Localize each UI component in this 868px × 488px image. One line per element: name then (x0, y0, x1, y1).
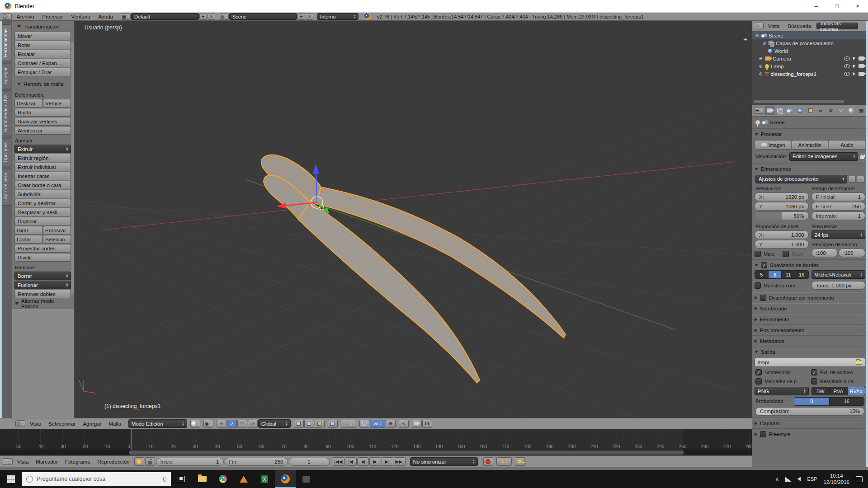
tab-constraints[interactable]: ∞ (816, 106, 825, 115)
tool-button[interactable]: Suavizar vértices (14, 117, 71, 126)
aa-filter-dropdown[interactable]: Mitchell-Netravali (811, 270, 866, 279)
panel-drag-dots[interactable]: :::: (859, 296, 865, 300)
resolution-y-field[interactable]: Y:1080 px (755, 202, 809, 211)
antialiasing-checkbox[interactable]: ✓ (761, 262, 767, 268)
tool-button[interactable]: Dividir (14, 253, 71, 262)
delete-dropdown[interactable]: Borrar (14, 272, 71, 280)
panel-header-render[interactable]: Procesar:::: (752, 129, 868, 139)
panel-header-mesh-tools[interactable]: Herram. de malla (14, 79, 71, 89)
render-animation-button[interactable]: Animación (792, 140, 828, 150)
file-explorer-button[interactable] (192, 470, 212, 488)
screen-layout-browse-icon[interactable]: ▦ (121, 13, 131, 20)
tool-button[interactable]: Rotar (14, 41, 71, 49)
panel-drag-dots[interactable]: :::: (859, 132, 865, 136)
slide-button[interactable]: Deslizar (14, 99, 42, 108)
tool-button[interactable]: Desplazar y desli... (14, 208, 71, 216)
aa-samples-11[interactable]: 11 (782, 271, 795, 278)
folder-browse-icon[interactable] (856, 360, 862, 365)
outliner-menu-busqueda[interactable]: Búsqueda (784, 23, 815, 29)
color-mode-rgb[interactable]: RVA (830, 387, 848, 395)
panel-header-edit-toggle[interactable]: Alternar modo Edición (12, 299, 74, 309)
blender-taskbar-button[interactable] (275, 470, 296, 488)
menu-item[interactable]: Fotograma (61, 459, 94, 465)
editor-type-properties-icon[interactable]: ☰ (754, 107, 764, 114)
next-keyframe-button[interactable]: ▶| (382, 457, 393, 466)
panel-header-shading[interactable]: Sombreado:::: (752, 304, 868, 314)
tool-button[interactable]: Crear borde o cara (14, 181, 71, 189)
cache-result-checkbox[interactable]: Resultado a ca... (811, 378, 864, 385)
panel-header-freestyle[interactable]: Freestyle:::: (752, 429, 868, 439)
panel-header-post-processing[interactable]: Pos procesamiento:::: (752, 325, 868, 335)
resolution-scale-slider[interactable]: 50% (755, 211, 809, 220)
action-center-icon[interactable] (856, 476, 863, 482)
manipulator-rotate-button[interactable]: ➚ (227, 420, 237, 428)
outliner-row-scene[interactable]: ⊖ Scene (752, 32, 868, 39)
media-player-button[interactable] (233, 470, 254, 488)
menu-item[interactable]: Vista (14, 459, 32, 465)
visibility-toggle-icon[interactable] (844, 56, 850, 61)
occlude-geometry-button[interactable] (328, 420, 338, 428)
mode-dropdown[interactable]: Modo Edición (128, 419, 187, 428)
tool-button[interactable]: Insertar caras (14, 172, 71, 180)
knife-select-button[interactable]: Seleccio (43, 235, 71, 244)
tab-render[interactable] (765, 106, 774, 115)
render-image-button[interactable]: Imagen (755, 140, 791, 150)
editor-type-3dview-icon[interactable]: ⬡ (15, 420, 25, 427)
menu-item[interactable]: Agregar (79, 421, 105, 427)
tab-object-data[interactable]: ▽ (836, 106, 845, 115)
properties-region-expand-icon[interactable]: + (743, 35, 747, 43)
chrome-button[interactable] (212, 470, 233, 488)
visibility-toggle-icon[interactable] (844, 64, 850, 68)
renderability-toggle-icon[interactable] (859, 56, 864, 61)
fps-dropdown[interactable]: 24 fps (811, 230, 866, 239)
timeline-strip[interactable]: -50-40-30-20-100102030405060708090100110… (0, 429, 752, 450)
compression-slider[interactable]: Compresión: 15% (755, 407, 864, 416)
snap-toggle-button[interactable] (359, 420, 369, 428)
expand-icon[interactable]: ⊕ (758, 71, 763, 76)
spreadsheet-app-button[interactable]: X (254, 470, 275, 488)
close-button[interactable]: × (847, 0, 868, 12)
forceps-mesh[interactable] (261, 155, 566, 383)
tool-button[interactable]: Escalar (14, 50, 71, 58)
outliner-display-filter[interactable]: Todas las escenas (816, 23, 858, 29)
merge-dropdown[interactable]: Fusionar (14, 281, 71, 289)
color-depth-segment[interactable]: 8 16 (794, 397, 864, 406)
full-sample-checkbox[interactable]: Muestreo com... (755, 281, 809, 290)
tab-object[interactable] (806, 106, 815, 115)
tool-button[interactable]: Extruir región (14, 154, 71, 162)
panel-header-motion-blur[interactable]: Desenfoque por movimiento:::: (752, 293, 868, 303)
delete-layout-button[interactable]: × (208, 13, 215, 20)
viewport-shading-dropdown[interactable] (190, 420, 200, 428)
add-scene-button[interactable]: + (297, 13, 305, 20)
remove-doubles-button[interactable]: Remover dobles (14, 290, 71, 298)
lock-interface-icon[interactable] (860, 155, 864, 159)
menu-item[interactable]: Archivo (13, 14, 38, 19)
add-layout-button[interactable]: + (199, 13, 207, 20)
menu-item[interactable]: Seleccionar (45, 421, 79, 427)
expand-icon[interactable]: ⊕ (758, 56, 763, 61)
outliner-row-camera[interactable]: ⊕ Camera (752, 55, 868, 62)
remove-preset-button[interactable]: − (857, 176, 864, 183)
panel-drag-dots[interactable]: :::: (859, 421, 865, 426)
tab-scene[interactable] (786, 106, 795, 115)
frame-start-field[interactable]: F. inicial:1 (811, 192, 866, 201)
aa-samples-segment[interactable]: 5 8 11 16 (755, 270, 809, 279)
keying-set-dropdown[interactable]: ◆ (496, 457, 512, 466)
viewport-canvas[interactable] (75, 21, 752, 418)
insert-keyframe-button[interactable] (515, 457, 525, 466)
editor-type-outliner-icon[interactable]: ≡ (754, 23, 764, 29)
remap-new-field[interactable]: :100 (839, 249, 865, 257)
tool-button[interactable]: Empujar / Tirar (14, 68, 71, 76)
panel-drag-dots[interactable]: :::: (859, 306, 865, 311)
render-audio-button[interactable]: Audio (829, 140, 865, 150)
jump-to-end-button[interactable]: ▶▶| (394, 457, 406, 466)
expand-icon[interactable]: ⊕ (758, 64, 763, 69)
panel-drag-dots[interactable]: :::: (859, 167, 865, 171)
prev-keyframe-button[interactable]: |◀ (345, 457, 357, 466)
color-mode-rgba[interactable]: RVAα (848, 387, 865, 395)
editor-type-timeline-icon[interactable] (3, 458, 13, 465)
file-format-dropdown[interactable]: PNG (755, 387, 809, 395)
image-editor-button[interactable] (296, 470, 316, 488)
network-icon[interactable] (785, 477, 791, 482)
volume-icon[interactable] (797, 477, 801, 481)
